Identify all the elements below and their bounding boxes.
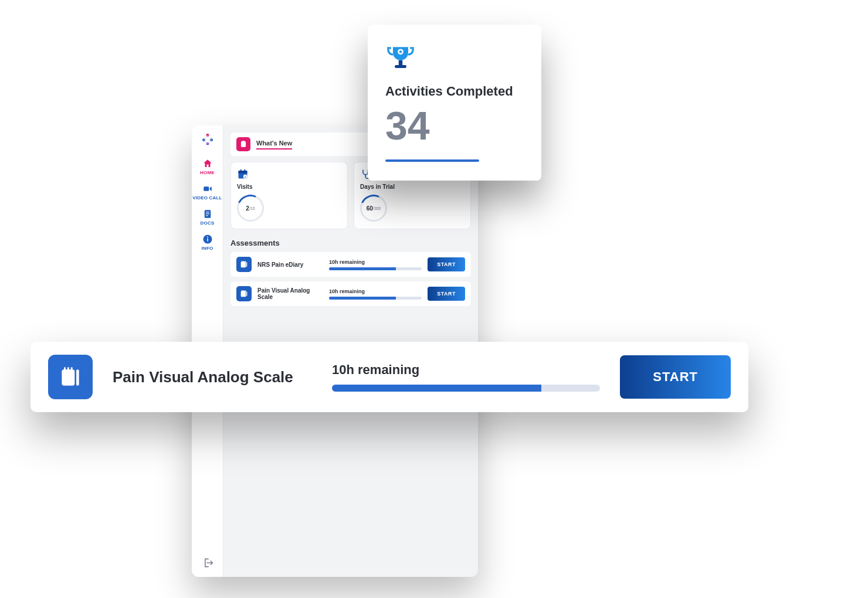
stat-visits-title: Visits bbox=[237, 184, 341, 190]
svg-rect-37 bbox=[71, 368, 73, 372]
progress-bar bbox=[332, 385, 600, 392]
assessment-row: NRS Pain eDiary 10h remaining START bbox=[230, 252, 471, 277]
start-button[interactable]: START bbox=[428, 287, 465, 301]
svg-rect-27 bbox=[242, 290, 242, 292]
assessment-remaining: 10h remaining bbox=[329, 288, 422, 294]
calendar-icon: e bbox=[237, 168, 249, 180]
svg-rect-6 bbox=[206, 212, 209, 212]
sidebar-label-info: INFO bbox=[202, 246, 213, 251]
stat-visits-gauge: 2/10 bbox=[237, 195, 264, 222]
svg-rect-10 bbox=[207, 239, 208, 242]
svg-rect-41 bbox=[76, 369, 79, 386]
stat-card-visits[interactable]: e Visits 2/10 bbox=[230, 162, 348, 229]
sidebar-item-video-call[interactable]: VIDEO CALL bbox=[192, 180, 223, 205]
svg-rect-7 bbox=[206, 213, 209, 214]
svg-rect-29 bbox=[245, 290, 245, 292]
sidebar-item-docs[interactable]: DOCS bbox=[192, 205, 223, 230]
svg-rect-22 bbox=[242, 261, 242, 263]
logout-icon[interactable] bbox=[202, 557, 213, 569]
svg-point-11 bbox=[207, 236, 208, 237]
svg-rect-39 bbox=[65, 377, 72, 379]
document-icon bbox=[202, 209, 213, 219]
svg-rect-16 bbox=[240, 169, 242, 172]
start-button[interactable]: START bbox=[428, 257, 465, 271]
svg-rect-21 bbox=[241, 261, 246, 267]
svg-rect-40 bbox=[65, 380, 70, 382]
svg-rect-38 bbox=[65, 374, 72, 376]
svg-rect-35 bbox=[64, 368, 66, 372]
activities-title: Activities Completed bbox=[385, 83, 524, 100]
svg-rect-4 bbox=[204, 186, 209, 191]
svg-rect-8 bbox=[206, 215, 208, 216]
svg-rect-26 bbox=[241, 291, 246, 297]
stat-days-title: Days in Trial bbox=[360, 184, 464, 190]
whats-new-title: What's New bbox=[256, 140, 292, 150]
notepad-icon bbox=[48, 355, 93, 399]
sidebar-label-home: HOME bbox=[200, 171, 215, 175]
svg-rect-17 bbox=[245, 169, 246, 172]
svg-rect-12 bbox=[241, 141, 246, 147]
progress-bar bbox=[329, 297, 422, 300]
assessments-heading: Assessments bbox=[230, 239, 471, 247]
trophy-icon bbox=[385, 42, 416, 73]
svg-rect-13 bbox=[242, 141, 245, 142]
app-logo bbox=[200, 131, 215, 147]
info-icon bbox=[202, 234, 213, 244]
svg-rect-31 bbox=[399, 60, 403, 65]
assessment-row: Pain Visual Analog Scale 10h remaining S… bbox=[230, 281, 471, 306]
featured-assessment-name: Pain Visual Analog Scale bbox=[113, 368, 312, 386]
video-icon bbox=[202, 184, 213, 194]
home-icon bbox=[202, 158, 213, 169]
megaphone-icon bbox=[236, 137, 250, 151]
svg-rect-24 bbox=[245, 261, 245, 263]
svg-rect-23 bbox=[243, 261, 244, 263]
start-button[interactable]: START bbox=[620, 355, 731, 399]
sidebar-label-docs: DOCS bbox=[201, 221, 215, 226]
activities-underline bbox=[385, 159, 479, 162]
featured-assessment-row: Pain Visual Analog Scale 10h remaining S… bbox=[30, 342, 748, 412]
svg-rect-32 bbox=[395, 65, 406, 68]
assessment-name: Pain Visual Analog Scale bbox=[257, 287, 323, 300]
sidebar-item-home[interactable]: HOME bbox=[192, 155, 223, 180]
notepad-icon bbox=[236, 286, 252, 301]
stat-days-gauge: 60/300 bbox=[360, 195, 387, 222]
progress-bar bbox=[329, 267, 422, 270]
svg-rect-36 bbox=[67, 368, 69, 372]
svg-rect-30 bbox=[246, 291, 247, 296]
notepad-icon bbox=[236, 257, 252, 272]
svg-rect-25 bbox=[246, 262, 247, 267]
assessment-name: NRS Pain eDiary bbox=[257, 261, 323, 268]
activities-value: 34 bbox=[385, 106, 524, 145]
featured-assessment-remaining: 10h remaining bbox=[332, 362, 600, 378]
assessment-remaining: 10h remaining bbox=[329, 259, 422, 265]
sidebar-item-info[interactable]: INFO bbox=[192, 230, 223, 256]
activities-completed-card: Activities Completed 34 bbox=[368, 25, 541, 181]
sidebar-label-video: VIDEO CALL bbox=[192, 196, 222, 201]
svg-rect-28 bbox=[243, 290, 244, 292]
svg-rect-15 bbox=[239, 171, 247, 173]
